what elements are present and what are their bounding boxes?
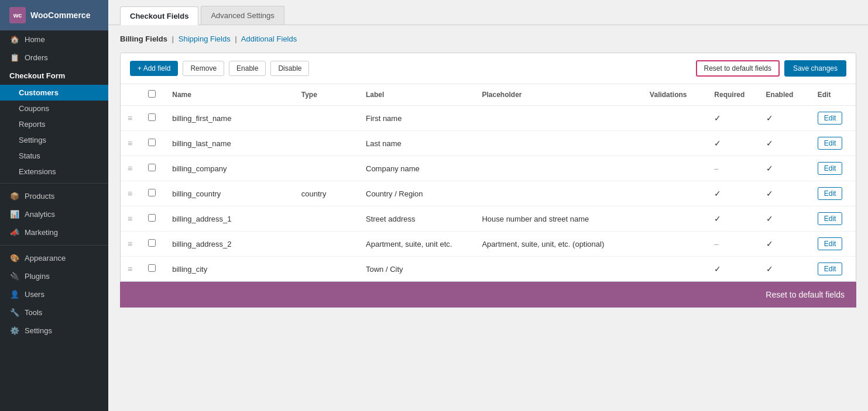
disable-button[interactable]: Disable bbox=[270, 61, 309, 76]
row-edit-cell: Edit bbox=[811, 232, 856, 257]
enabled-checkmark: ✓ bbox=[766, 214, 773, 223]
row-name-cell: billing_first_name bbox=[165, 106, 294, 131]
row-validations-cell bbox=[643, 206, 707, 232]
bottom-reset-bar[interactable]: Reset to default fields bbox=[120, 282, 856, 308]
sidebar-item-marketing[interactable]: 📣 Marketing bbox=[0, 223, 108, 241]
sidebar-item-tools[interactable]: 🔧 Tools bbox=[0, 303, 108, 322]
sidebar-logo[interactable]: wc WooCommerce bbox=[0, 0, 108, 30]
sidebar-woo-section: 🏠 Home 📋 Orders Checkout Form Customers … bbox=[0, 30, 108, 340]
row-checkbox[interactable] bbox=[148, 139, 156, 146]
row-checkbox-cell bbox=[141, 257, 165, 282]
save-changes-button[interactable]: Save changes bbox=[784, 60, 846, 77]
drag-handle-icon[interactable]: ≡ bbox=[128, 239, 132, 248]
row-checkbox[interactable] bbox=[148, 189, 156, 196]
row-placeholder-cell: House number and street name bbox=[475, 206, 643, 232]
remove-button[interactable]: Remove bbox=[183, 61, 224, 76]
main-content: Checkout Fields Advanced Settings Billin… bbox=[108, 0, 868, 411]
row-required-cell: ✓ bbox=[707, 181, 759, 206]
required-checkmark: ✓ bbox=[714, 189, 721, 198]
sidebar-item-label-coupons: Coupons bbox=[19, 104, 49, 113]
edit-button[interactable]: Edit bbox=[818, 212, 843, 225]
sidebar: wc WooCommerce 🏠 Home 📋 Orders Checkout … bbox=[0, 0, 108, 411]
row-required-cell: – bbox=[707, 156, 759, 181]
sidebar-item-status[interactable]: Status bbox=[0, 148, 108, 164]
required-dash: – bbox=[714, 164, 718, 173]
row-type-cell bbox=[294, 257, 359, 282]
row-required-cell: ✓ bbox=[707, 131, 759, 156]
edit-button[interactable]: Edit bbox=[818, 187, 843, 200]
row-name-cell: billing_address_2 bbox=[165, 232, 294, 257]
sidebar-item-analytics[interactable]: 📊 Analytics bbox=[0, 205, 108, 223]
select-all-checkbox[interactable] bbox=[148, 90, 156, 98]
edit-button[interactable]: Edit bbox=[818, 263, 843, 275]
sidebar-item-settings2[interactable]: ⚙️ Settings bbox=[0, 322, 108, 340]
sidebar-item-customers[interactable]: Customers bbox=[0, 85, 108, 101]
col-header-check bbox=[141, 84, 165, 106]
sidebar-item-label-analytics: Analytics bbox=[25, 210, 55, 219]
row-edit-cell: Edit bbox=[811, 181, 856, 206]
edit-button[interactable]: Edit bbox=[818, 112, 843, 125]
row-edit-cell: Edit bbox=[811, 206, 856, 232]
required-checkmark: ✓ bbox=[714, 113, 721, 123]
row-label-cell: Apartment, suite, unit etc. bbox=[359, 232, 475, 257]
sidebar-item-settings[interactable]: Settings bbox=[0, 132, 108, 148]
row-checkbox[interactable] bbox=[148, 113, 156, 121]
tab-checkout-fields[interactable]: Checkout Fields bbox=[120, 6, 198, 25]
row-name-cell: billing_country bbox=[165, 181, 294, 206]
add-field-button[interactable]: + Add field bbox=[130, 61, 178, 76]
additional-fields-link[interactable]: Additional Fields bbox=[241, 34, 297, 43]
sidebar-item-plugins[interactable]: 🔌 Plugins bbox=[0, 267, 108, 285]
reset-button[interactable]: Reset to default fields bbox=[696, 60, 780, 77]
drag-handle-icon[interactable]: ≡ bbox=[128, 189, 132, 198]
row-checkbox[interactable] bbox=[148, 164, 156, 171]
sidebar-item-label-settings: Settings bbox=[19, 136, 46, 144]
col-header-type: Type bbox=[294, 84, 359, 106]
sidebar-logo-text: WooCommerce bbox=[30, 11, 90, 20]
sidebar-item-coupons[interactable]: Coupons bbox=[0, 101, 108, 116]
row-enabled-cell: ✓ bbox=[759, 206, 811, 232]
sidebar-item-products[interactable]: 📦 Products bbox=[0, 187, 108, 205]
edit-button[interactable]: Edit bbox=[818, 162, 843, 175]
drag-handle-icon[interactable]: ≡ bbox=[128, 139, 132, 148]
row-checkbox[interactable] bbox=[148, 264, 156, 272]
drag-handle-icon[interactable]: ≡ bbox=[128, 113, 132, 123]
enabled-checkmark: ✓ bbox=[766, 113, 773, 123]
enabled-checkmark: ✓ bbox=[766, 189, 773, 198]
edit-button[interactable]: Edit bbox=[818, 237, 843, 250]
tabs-bar: Checkout Fields Advanced Settings bbox=[108, 0, 868, 25]
marketing-icon: 📣 bbox=[9, 228, 20, 237]
drag-handle-icon[interactable]: ≡ bbox=[128, 164, 132, 173]
home-icon: 🏠 bbox=[9, 35, 20, 44]
enable-button[interactable]: Enable bbox=[229, 61, 266, 76]
sidebar-item-users[interactable]: 👤 Users bbox=[0, 285, 108, 303]
row-required-cell: ✓ bbox=[707, 206, 759, 232]
row-label-cell: Company name bbox=[359, 156, 475, 181]
enabled-checkmark: ✓ bbox=[766, 264, 773, 274]
billing-fields-active: Billing Fields bbox=[120, 34, 167, 43]
row-label-cell: Street address bbox=[359, 206, 475, 232]
row-checkbox[interactable] bbox=[148, 214, 156, 222]
sidebar-item-orders[interactable]: 📋 Orders bbox=[0, 49, 108, 67]
row-checkbox[interactable] bbox=[148, 239, 156, 247]
sidebar-item-reports[interactable]: Reports bbox=[0, 116, 108, 132]
row-enabled-cell: ✓ bbox=[759, 257, 811, 282]
drag-handle-icon[interactable]: ≡ bbox=[128, 214, 132, 223]
drag-handle-icon[interactable]: ≡ bbox=[128, 264, 132, 274]
tab-advanced-settings[interactable]: Advanced Settings bbox=[201, 6, 284, 25]
sidebar-item-extensions[interactable]: Extensions bbox=[0, 164, 108, 179]
shipping-fields-link[interactable]: Shipping Fields bbox=[179, 34, 231, 43]
sidebar-item-label-reports: Reports bbox=[19, 120, 46, 129]
row-placeholder-cell bbox=[475, 156, 643, 181]
row-validations-cell bbox=[643, 106, 707, 131]
row-checkbox-cell bbox=[141, 206, 165, 232]
sidebar-item-label-tools: Tools bbox=[25, 308, 42, 317]
tab-advanced-settings-label: Advanced Settings bbox=[211, 11, 274, 20]
sidebar-item-appearance[interactable]: 🎨 Appearance bbox=[0, 249, 108, 267]
sidebar-item-checkout-form[interactable]: Checkout Form bbox=[0, 67, 108, 85]
sidebar-item-home[interactable]: 🏠 Home bbox=[0, 30, 108, 49]
edit-button[interactable]: Edit bbox=[818, 137, 843, 150]
plugins-icon: 🔌 bbox=[9, 272, 20, 281]
row-required-cell: ✓ bbox=[707, 257, 759, 282]
sidebar-divider-2 bbox=[0, 245, 108, 246]
col-header-label: Label bbox=[359, 84, 475, 106]
